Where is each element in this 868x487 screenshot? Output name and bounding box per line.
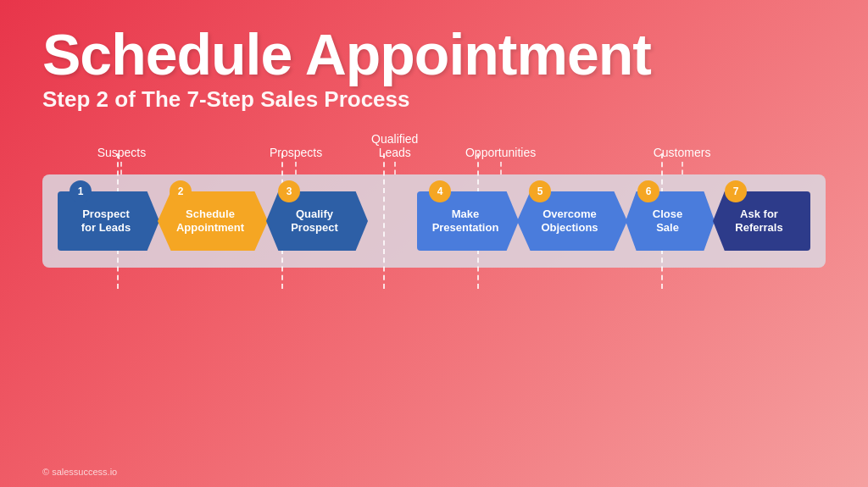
step-6-number: 6: [637, 180, 659, 202]
suspects-label: Suspects: [97, 146, 147, 159]
opportunities-line-top: [500, 162, 502, 174]
title: Schedule Appointment: [42, 25, 826, 83]
copyright: © salessuccess.io: [42, 467, 117, 477]
step-4-wrapper: 4 MakePresentation: [417, 191, 519, 251]
step-1-number: 1: [70, 180, 92, 202]
step-3-number: 3: [278, 180, 300, 202]
dashed-line-qualified: [383, 153, 385, 289]
step-3-wrapper: 3 QualifyProspect: [266, 191, 368, 251]
qualified-leads-label: QualifiedLeads: [371, 132, 418, 159]
diagram-area: Suspects Prospects QualifiedLeads Opport…: [42, 128, 826, 470]
category-prospects: Prospects: [270, 146, 322, 174]
category-suspects: Suspects: [97, 146, 147, 174]
prospects-line-top: [295, 162, 297, 174]
subtitle: Step 2 of The 7-Step Sales Process: [42, 86, 826, 113]
category-qualified-leads: QualifiedLeads: [371, 132, 418, 174]
step-3-arrow: QualifyProspect: [266, 191, 368, 251]
step-4-arrow: MakePresentation: [417, 191, 519, 251]
step-5-number: 5: [529, 180, 551, 202]
step-7-wrapper: 7 Ask forReferrals: [713, 191, 810, 251]
step-1-wrapper: 1 Prospectfor Leads: [58, 191, 159, 251]
step-2-wrapper: 2 ScheduleAppointment: [158, 191, 268, 251]
suspects-line-top: [120, 162, 122, 174]
step-4-number: 4: [429, 180, 451, 202]
steps-container: 1 Prospectfor Leads 2 ScheduleAppointmen…: [58, 191, 810, 251]
step-6-wrapper: 6 CloseSale: [626, 191, 715, 251]
step-1-arrow: Prospectfor Leads: [58, 191, 159, 251]
process-box: 1 Prospectfor Leads 2 ScheduleAppointmen…: [42, 174, 826, 268]
step-5-wrapper: 5 OvercomeObjections: [517, 191, 627, 251]
main-container: Schedule Appointment Step 2 of The 7-Ste…: [0, 0, 868, 487]
prospects-label: Prospects: [270, 146, 322, 159]
qualified-leads-line-top: [394, 162, 396, 174]
step-7-number: 7: [725, 180, 747, 202]
categories-row: Suspects Prospects QualifiedLeads Opport…: [42, 128, 826, 174]
customers-line-top: [682, 162, 683, 174]
step-6-arrow: CloseSale: [626, 191, 715, 251]
step-7-arrow: Ask forReferrals: [713, 191, 810, 251]
category-opportunities: Opportunities: [465, 146, 536, 174]
step-2-number: 2: [170, 180, 192, 202]
opportunities-label: Opportunities: [465, 146, 536, 159]
